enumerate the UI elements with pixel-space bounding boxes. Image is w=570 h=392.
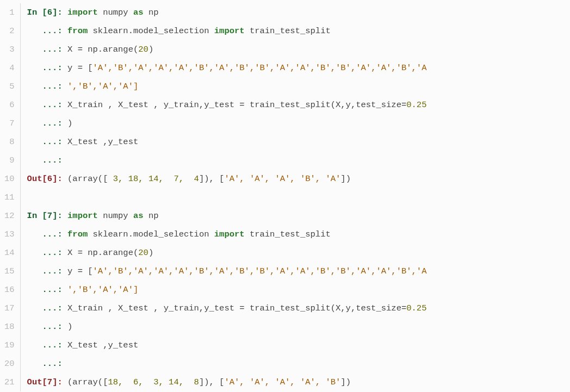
alias: np [144,8,159,17]
code-text: X_train , X_test , y_train,y_test = trai… [67,100,406,110]
code-line: ...: X_train , X_test , y_train,y_test =… [27,96,570,114]
code-line: In [7]: import numpy as np [27,207,570,225]
continuation-prompt: ...: [27,155,67,165]
out-prompt-close: ]: [52,174,67,184]
keyword-import: import [67,8,98,17]
line-number-gutter: 1 2 3 4 5 6 7 8 9 10 11 12 13 14 15 16 1… [0,3,21,391]
code-line: ...: y = ['A','B','A','A','A','B','A','B… [27,262,570,281]
module-name: numpy [98,8,133,17]
code-line: ...: [27,354,570,373]
continuation-prompt: ...: [27,82,67,91]
symbol: train_test_split [245,26,331,36]
number-literal: 0.25 [406,100,426,110]
module-name: sklearn.model_selection [88,26,214,36]
code-text: ) [67,119,72,128]
line-number: 15 [0,262,15,281]
code-area: In [6]: import numpy as np ...: from skl… [21,3,570,391]
cell-number: 7 [47,377,52,387]
code-line: ...: X_test ,y_test [27,133,570,151]
line-number: 8 [0,133,15,151]
keyword-from: from [67,229,88,239]
continuation-prompt: ...: [27,266,67,276]
code-line: ...: [27,151,570,170]
number-literal: 20 [138,248,148,258]
number-literal: 20 [138,45,148,54]
code-line: ...: X = np.arange(20) [27,244,570,262]
in-prompt-close: ]: [52,211,67,221]
line-number: 14 [0,244,15,262]
code-text: X_test ,y_test [67,340,138,350]
output-text: ]) [340,174,351,184]
line-number: 11 [0,188,15,207]
output-text: ]), [ [199,377,225,387]
out-prompt: Out[ [27,174,47,184]
keyword-import: import [214,26,245,36]
number-literal: 0.25 [406,303,426,313]
cell-number: 7 [47,211,52,221]
line-number: 19 [0,336,15,354]
continuation-prompt: ...: [27,119,67,128]
string-literal: 'A','B','A','A','A','B','A','B','B','A',… [93,63,427,73]
keyword-import: import [67,211,98,221]
code-text: X_test ,y_test [67,137,138,147]
code-block: 1 2 3 4 5 6 7 8 9 10 11 12 13 14 15 16 1… [0,0,570,391]
string-literal: ','B','A','A'] [67,82,138,91]
continuation-prompt: ...: [27,248,67,258]
code-text: ) [148,45,153,54]
out-prompt: Out[ [27,377,47,387]
code-text: y = [ [67,63,93,73]
line-number: 10 [0,170,15,188]
code-text: X = np.arange( [67,248,138,258]
line-number: 4 [0,59,15,77]
code-text: y = [ [67,266,93,276]
line-number: 9 [0,151,15,170]
code-line: ...: from sklearn.model_selection import… [27,22,570,40]
line-number: 21 [0,373,15,391]
code-line: ...: y = ['A','B','A','A','A','B','A','B… [27,59,570,77]
code-line: In [6]: import numpy as np [27,3,570,22]
continuation-prompt: ...: [27,229,67,239]
code-line: ...: ) [27,318,570,336]
output-text: (array([ [67,377,108,387]
output-text: (array([ [67,174,113,184]
symbol: train_test_split [245,229,331,239]
line-number: 17 [0,299,15,318]
code-line: ...: ) [27,114,570,133]
code-line: ...: ','B','A','A'] [27,281,570,299]
line-number: 20 [0,354,15,373]
continuation-prompt: ...: [27,45,67,54]
output-text: ]), [ [199,174,225,184]
line-number: 18 [0,318,15,336]
code-text: X_train , X_test , y_train,y_test = trai… [67,303,406,313]
line-number: 7 [0,114,15,133]
continuation-prompt: ...: [27,340,67,350]
number-literal: 3, 18, 14, 7, 4 [113,174,199,184]
code-line: ...: X_test ,y_test [27,336,570,354]
keyword-as: as [133,8,144,17]
line-number: 13 [0,225,15,244]
line-number: 6 [0,96,15,114]
line-number: 2 [0,22,15,40]
keyword-import: import [214,229,245,239]
in-prompt-close: ]: [52,8,67,17]
code-text: X = np.arange( [67,45,138,54]
number-literal: 18, 6, 3, 14, 8 [108,377,199,387]
line-number: 1 [0,3,15,22]
code-line: Out[7]: (array([18, 6, 3, 14, 8]), ['A',… [27,373,570,391]
line-number: 3 [0,40,15,59]
in-prompt: In [ [27,211,47,221]
string-literal: 'A', 'A', 'A', 'B', 'A' [224,174,340,184]
keyword-as: as [133,211,144,221]
cell-number: 6 [47,8,52,17]
code-line: ...: X = np.arange(20) [27,40,570,59]
in-prompt: In [ [27,8,47,17]
continuation-prompt: ...: [27,303,67,313]
code-text: ) [67,322,72,332]
continuation-prompt: ...: [27,26,67,36]
code-text: ) [148,248,153,258]
continuation-prompt: ...: [27,322,67,332]
string-literal: ','B','A','A'] [67,285,138,295]
output-text: ]) [340,377,351,387]
blank-line [27,188,570,207]
module-name: sklearn.model_selection [88,229,214,239]
